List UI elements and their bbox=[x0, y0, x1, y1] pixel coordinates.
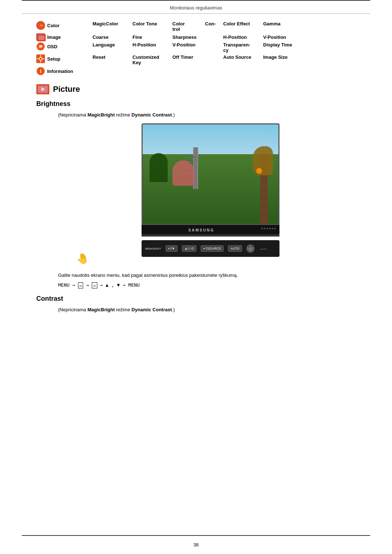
menu-opt-language: Language bbox=[93, 42, 132, 48]
menu-opt-coloreffect: Color Effect bbox=[223, 21, 263, 26]
brightness-subtitle: (Nepricinama MagicBright režime Dynamic … bbox=[58, 112, 356, 118]
brightness-title: Brightness bbox=[36, 100, 356, 108]
menu-item-information: i Information bbox=[36, 67, 93, 75]
page-number: 38 bbox=[193, 542, 199, 547]
page-header: Monitoriaus reguliavimas bbox=[0, 1, 392, 13]
ctrl-btn1: ↵/▼ bbox=[166, 245, 177, 252]
menu-opt-gamma: Gamma bbox=[263, 21, 296, 26]
brightness-body-text: Galite naudotis ekrano meniu, kad pagal … bbox=[58, 272, 356, 279]
monitor-bezel: SAMSUNG ■ ■ ■ ■ ■ ■ bbox=[142, 225, 279, 234]
menu-opt-vposition2: V-Position bbox=[172, 42, 205, 48]
menu-item-osd: OSD bbox=[36, 42, 93, 51]
menu-exit-label: MENU/EXIT bbox=[145, 247, 161, 250]
header-title: Monitoriaus reguliavimas bbox=[170, 5, 222, 11]
svg-rect-3 bbox=[38, 36, 44, 40]
contrast-dynamic-label: Dynamic Contrast bbox=[131, 307, 172, 312]
info-icon: i bbox=[36, 67, 45, 75]
image-icon bbox=[36, 33, 45, 41]
setup-icon bbox=[36, 54, 45, 63]
cursor-hand: 🤚 bbox=[75, 251, 90, 266]
controls-bar: MENU/EXIT ↵/▼ ▲/☆D ↵/SOURCE AUTO ⏻ — bbox=[142, 240, 279, 257]
svg-text:i: i bbox=[40, 68, 41, 74]
menu-opt-autosource: Auto Source bbox=[223, 54, 263, 60]
bottom-border bbox=[22, 535, 370, 536]
menu-opt-customizedkey: CustomizedKey bbox=[132, 54, 172, 65]
menu-opt-magiccolor: MagicColor bbox=[93, 21, 132, 26]
nav-menu: Color MagicColor Color Tone Colortrol Co… bbox=[36, 21, 356, 75]
menu-opt-coarse: Coarse bbox=[93, 34, 132, 40]
section-picture-header: Picture bbox=[36, 84, 356, 94]
ctrl-btn4: AUTO bbox=[228, 245, 242, 252]
monitor-indicators: ■ ■ ■ ■ ■ ■ bbox=[261, 227, 276, 230]
picture-title: Picture bbox=[53, 85, 80, 94]
hand-cursor-area: 🤚 bbox=[76, 253, 89, 264]
ctrl-btn2: ▲/☆D bbox=[182, 245, 196, 252]
brand-logo: SAMSUNG bbox=[188, 228, 215, 232]
monitor-display: SAMSUNG ■ ■ ■ ■ ■ ■ MENU/EXIT ↵/▼ ▲/☆D ↵… bbox=[65, 123, 356, 264]
osd-icon bbox=[36, 42, 45, 51]
picture-icon bbox=[36, 84, 49, 94]
menu-opt-hposition1: H-Position bbox=[223, 34, 263, 40]
ctrl-btn3: ↵/SOURCE bbox=[201, 245, 224, 252]
menu-opt-fine: Fine bbox=[132, 34, 172, 40]
menu-opt-imagesize: Image Size bbox=[263, 54, 296, 60]
menu-opt-displaytime: Display Time bbox=[263, 42, 296, 48]
contrast-magicbright-label: MagicBright bbox=[87, 307, 115, 312]
menu-path-brightness: MENU → ↵ → ↵ → ▲ , ▼ → MENU bbox=[58, 282, 356, 288]
menu-opt-hposition2: H-Position bbox=[132, 42, 172, 48]
menu-opt-reset: Reset bbox=[93, 54, 132, 60]
magicbright-label: MagicBright bbox=[87, 112, 115, 118]
menu-opt-con: Con- bbox=[205, 21, 223, 26]
contrast-title: Contrast bbox=[36, 295, 356, 303]
menu-opt-vposition1: V-Position bbox=[263, 34, 296, 40]
contrast-section: Contrast (Nepricinama MagicBright režime… bbox=[36, 295, 356, 312]
menu-opt-sharpness: Sharpness bbox=[172, 34, 205, 40]
menu-opt-color-trol: Colortrol bbox=[172, 21, 205, 32]
dynamic-contrast-label: Dynamic Contrast bbox=[131, 112, 172, 118]
menu-opt-offtimer: Off Timer bbox=[172, 54, 205, 60]
menu-opt-colortone: Color Tone bbox=[132, 21, 172, 26]
menu-opt-transparency: Transparen-cy bbox=[223, 42, 263, 53]
dash-control: — bbox=[260, 245, 267, 253]
monitor-base bbox=[142, 234, 279, 237]
menu-item-setup: Setup bbox=[36, 54, 93, 63]
monitor-screen bbox=[142, 123, 279, 225]
power-button[interactable]: ⏻ bbox=[246, 245, 254, 253]
menu-item-image: Image bbox=[36, 33, 93, 41]
menu-item-color: Color bbox=[36, 21, 93, 30]
color-icon bbox=[36, 21, 45, 30]
contrast-subtitle: (Nepricinama MagicBright režime Dynamic … bbox=[58, 307, 356, 312]
brightness-section: Brightness (Nepricinama MagicBright reži… bbox=[36, 100, 356, 288]
